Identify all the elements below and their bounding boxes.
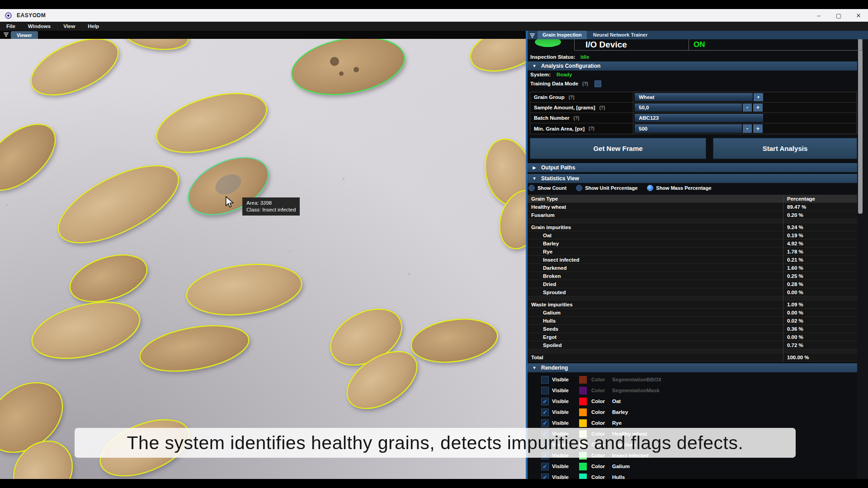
visible-checkbox[interactable] [541,376,549,384]
color-label: Color [591,409,608,415]
panel-options-icon[interactable] [529,33,535,38]
color-swatch[interactable] [579,376,587,384]
scrollbar-thumb[interactable] [858,33,863,214]
radio-show-unit-percentage[interactable]: Show Unit Percentage [576,185,637,191]
menu-item-windows[interactable]: Windows [22,23,57,29]
color-swatch[interactable] [579,398,587,405]
color-label: Color [591,474,608,479]
radio-dot[interactable] [647,185,653,191]
visible-checkbox[interactable] [541,387,549,394]
grain-type-cell: Healthy wheat [528,204,566,210]
tab-viewer[interactable]: Viewer [11,31,38,39]
table-row-broken: Broken0.25 % [528,272,857,280]
visible-checkbox[interactable]: ✓ [541,398,549,405]
menu-bar: FileWindowsViewHelp [0,22,868,31]
section-title: Output Paths [541,164,575,171]
visible-label: Visible [552,474,573,479]
visible-checkbox[interactable]: ✓ [541,474,549,479]
radio-show-count[interactable]: Show Count [528,185,566,191]
menu-item-file[interactable]: File [0,23,22,29]
percentage-cell: 0.20 % [783,211,857,219]
grain-type-cell: Dried [528,282,556,287]
visible-checkbox[interactable]: ✓ [541,463,549,470]
tab-neural-network-trainer[interactable]: Neural Network Trainer [588,31,652,39]
menu-item-help[interactable]: Help [81,23,105,29]
panel-scrollbar[interactable] [857,31,868,479]
grain-group-input[interactable]: Wheat [635,93,753,101]
rendering-row-segmentationmask: VisibleColorSegmentationMask [528,385,857,396]
percentage-cell: 0.21 % [783,256,857,263]
radio-dot[interactable] [528,185,535,191]
color-swatch[interactable] [579,387,587,394]
batch-number-input[interactable]: ABC123 [635,114,763,122]
percentage-cell: 0.00 % [783,309,857,316]
tab-grain-inspection[interactable]: Grain Inspection [538,31,587,39]
config-table: Grain Group(?)Wheat▼Sample Amount, [gram… [530,92,857,134]
radio-dot[interactable] [576,185,582,191]
class-name-label: Barley [612,409,628,415]
color-swatch[interactable] [579,474,587,479]
visible-checkbox[interactable]: ✓ [541,419,549,427]
rendering-rows: VisibleColorSegmentationBBOXVisibleColor… [528,374,857,479]
menu-item-view[interactable]: View [57,23,81,29]
tooltip-area-line: Area: 3398 [246,200,296,206]
maximize-icon[interactable]: ▢ [835,12,842,19]
color-label: Color [591,388,608,393]
percentage-cell: 0.28 % [783,280,857,288]
color-swatch[interactable] [579,419,587,427]
inspection-panel: Grain InspectionNeural Network Trainer I… [528,31,868,479]
class-name-label: Rye [612,420,622,426]
section-statistics-view[interactable]: ▼ Statistics View [528,174,857,183]
config-label-cell: Grain Group(?) [530,92,633,102]
viewer-tabstrip: Viewer [0,31,526,39]
color-swatch[interactable] [579,408,587,416]
sample-amount-grams-input[interactable]: 50,0 [635,103,742,112]
increment-button[interactable]: + [753,124,763,133]
grain-type-cell: Hulls [528,318,556,324]
percentage-cell: 1.09 % [783,300,857,308]
system-label: System: [530,72,551,77]
minimize-icon[interactable]: – [816,12,822,19]
radio-show-mass-percentage[interactable]: Show Mass Percentage [647,185,711,191]
table-row-hulls: Hulls0.02 % [528,317,857,325]
dropdown-arrow-button[interactable]: ▼ [754,93,763,101]
config-row-min-grain-area-px: Min. Grain Area, [px](?)500-+ [530,123,857,134]
start-analysis-button[interactable]: Start Analysis [713,138,857,159]
section-analysis-configuration[interactable]: ▼ Analysis Configuration [528,61,857,70]
training-mode-checkbox[interactable] [594,80,601,87]
config-value-cell: ABC123 [633,113,857,123]
section-rendering[interactable]: ▼ Rendering [528,363,857,372]
table-row-rye: Rye1.78 % [528,248,857,256]
statistics-table: Grain Type Percentage Healthy wheat89.47… [528,195,857,361]
grain-type-cell: Total [528,355,543,360]
grain-image-canvas[interactable] [0,39,526,479]
color-swatch[interactable] [579,463,587,470]
grain-defect-spot [330,57,339,66]
visible-checkbox[interactable]: ✓ [541,408,549,416]
table-row-oat: Oat0.19 % [528,231,857,239]
min-grain-area-px-input[interactable]: 500 [635,124,742,133]
viewer-options-icon[interactable] [3,32,9,38]
get-new-frame-button[interactable]: Get New Frame [530,138,706,159]
section-output-paths[interactable]: ▶ Output Paths [528,163,857,172]
grain-type-cell: Sprouted [528,290,566,295]
field-label: Grain Group [534,94,565,100]
increment-button[interactable]: + [753,103,763,112]
window-controls: – ▢ ✕ [816,9,862,22]
table-row-grain-impurities: Grain impurities9.24 % [528,223,857,231]
decrement-button[interactable]: - [743,124,752,133]
decrement-button[interactable]: - [743,103,752,112]
grain-type-cell: Grain impurities [528,225,571,230]
inspection-status-value: Idle [580,54,590,60]
table-row-ergot: Ergot0.00 % [528,333,857,341]
percentage-cell: 0.00 % [783,288,857,296]
color-label: Color [591,420,608,426]
config-row-batch-number: Batch Number(?)ABC123 [530,113,857,123]
section-title: Analysis Configuration [541,63,600,69]
close-icon[interactable]: ✕ [855,12,862,19]
expand-triangle-icon: ▶ [528,165,541,170]
table-spacer-row [528,349,857,353]
percentage-cell: 4.92 % [783,239,857,247]
help-icon: (?) [589,126,594,131]
io-device-status: ON [689,39,705,50]
